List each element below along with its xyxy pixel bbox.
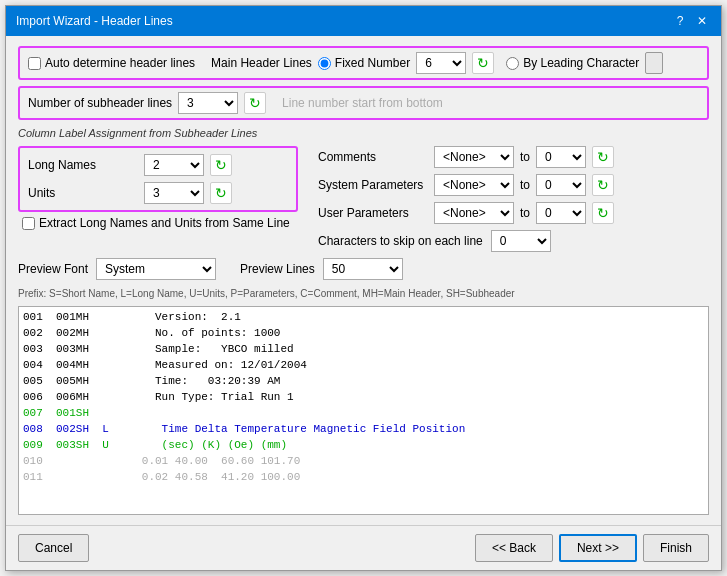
preview-line: 009 003SH U (sec) (K) (Oe) (mm) xyxy=(23,437,704,453)
prefix-text-row: Prefix: S=Short Name, L=Long Name, U=Uni… xyxy=(18,286,709,300)
title-bar: Import Wizard - Header Lines ? ✕ xyxy=(6,6,721,36)
nav-buttons: << Back Next >> Finish xyxy=(475,534,709,562)
subheader-row: Number of subheader lines 30124 ↻ Line n… xyxy=(18,86,709,120)
content-area: Auto determine header lines Main Header … xyxy=(6,36,721,525)
subheader-select[interactable]: 30124 xyxy=(178,92,238,114)
next-button[interactable]: Next >> xyxy=(559,534,637,562)
preview-line: 003 003MH Sample: YBCO milled xyxy=(23,341,704,357)
fixed-number-select[interactable]: 6123457 xyxy=(416,52,466,74)
finish-button[interactable]: Finish xyxy=(643,534,709,562)
extract-checkbox-label[interactable]: Extract Long Names and Units from Same L… xyxy=(22,216,298,230)
extract-checkbox[interactable] xyxy=(22,217,35,230)
subheader-refresh-btn[interactable]: ↻ xyxy=(244,92,266,114)
long-names-row: Long Names 20134 ↻ xyxy=(28,154,288,176)
user-params-row: User Parameters <None>12 to 012 ↻ xyxy=(318,202,709,224)
preview-line: 006 006MH Run Type: Trial Run 1 xyxy=(23,389,704,405)
system-params-from-select[interactable]: <None>12 xyxy=(434,174,514,196)
comments-from-select[interactable]: <None>12 xyxy=(434,146,514,168)
long-units-box: Long Names 20134 ↻ Units 30124 ↻ xyxy=(18,146,298,212)
footer: Cancel << Back Next >> Finish xyxy=(6,525,721,570)
middle-section: Long Names 20134 ↻ Units 30124 ↻ xyxy=(18,146,709,252)
main-header-label: Main Header Lines xyxy=(211,56,312,70)
window-title: Import Wizard - Header Lines xyxy=(16,14,173,28)
fixed-number-radio[interactable] xyxy=(318,57,331,70)
fixed-number-refresh-btn[interactable]: ↻ xyxy=(472,52,494,74)
long-names-select[interactable]: 20134 xyxy=(144,154,204,176)
user-params-to-label: to xyxy=(520,206,530,220)
title-bar-buttons: ? ✕ xyxy=(671,12,711,30)
comments-row: Comments <None>12 to 012 ↻ xyxy=(318,146,709,168)
preview-font-label: Preview Font xyxy=(18,262,88,276)
preview-line: 011 0.02 40.58 41.20 100.00 xyxy=(23,469,704,485)
units-row: Units 30124 ↻ xyxy=(28,182,288,204)
line-number-start-label: Line number start from bottom xyxy=(282,96,443,110)
system-params-row: System Parameters <None>12 to 012 ↻ xyxy=(318,174,709,196)
chars-skip-label: Characters to skip on each line xyxy=(318,234,483,248)
preview-area[interactable]: 001 001MH Version: 2.1 002 002MH No. of … xyxy=(18,306,709,515)
back-button[interactable]: << Back xyxy=(475,534,553,562)
preview-line: 007 001SH xyxy=(23,405,704,421)
system-params-to-label: to xyxy=(520,178,530,192)
preview-line: 008 002SH L Time Delta Temperature Magne… xyxy=(23,421,704,437)
user-params-to-select[interactable]: 012 xyxy=(536,202,586,224)
by-leading-btn[interactable] xyxy=(645,52,663,74)
system-params-refresh-btn[interactable]: ↻ xyxy=(592,174,614,196)
comments-label: Comments xyxy=(318,150,428,164)
units-refresh-btn[interactable]: ↻ xyxy=(210,182,232,204)
comments-to-label: to xyxy=(520,150,530,164)
preview-line: 001 001MH Version: 2.1 xyxy=(23,309,704,325)
user-params-label: User Parameters xyxy=(318,206,428,220)
auto-determine-checkbox[interactable] xyxy=(28,57,41,70)
long-names-refresh-btn[interactable]: ↻ xyxy=(210,154,232,176)
header-lines-row: Auto determine header lines Main Header … xyxy=(18,46,709,80)
system-params-label: System Parameters xyxy=(318,178,428,192)
cancel-button[interactable]: Cancel xyxy=(18,534,89,562)
chars-skip-row: Characters to skip on each line 0123 xyxy=(318,230,709,252)
preview-line: 010 0.01 40.00 60.60 101.70 xyxy=(23,453,704,469)
preview-lines-select[interactable]: 501020100 xyxy=(323,258,403,280)
preview-line: 004 004MH Measured on: 12/01/2004 xyxy=(23,357,704,373)
by-leading-radio[interactable] xyxy=(506,57,519,70)
prefix-text: Prefix: S=Short Name, L=Long Name, U=Uni… xyxy=(18,288,515,299)
preview-line: 005 005MH Time: 03:20:39 AM xyxy=(23,373,704,389)
subheader-label: Number of subheader lines xyxy=(28,96,172,110)
preview-lines-label: Preview Lines xyxy=(240,262,315,276)
comments-refresh-btn[interactable]: ↻ xyxy=(592,146,614,168)
main-window: Import Wizard - Header Lines ? ✕ Auto de… xyxy=(5,5,722,571)
left-column: Long Names 20134 ↻ Units 30124 ↻ xyxy=(18,146,298,252)
close-button[interactable]: ✕ xyxy=(693,12,711,30)
units-select[interactable]: 30124 xyxy=(144,182,204,204)
user-params-from-select[interactable]: <None>12 xyxy=(434,202,514,224)
preview-line: 002 002MH No. of points: 1000 xyxy=(23,325,704,341)
column-label-section: Column Label Assignment from Subheader L… xyxy=(18,126,709,140)
comments-to-select[interactable]: 012 xyxy=(536,146,586,168)
system-params-to-select[interactable]: 012 xyxy=(536,174,586,196)
fixed-number-radio-label[interactable]: Fixed Number xyxy=(318,56,410,70)
chars-skip-select[interactable]: 0123 xyxy=(491,230,551,252)
long-names-label: Long Names xyxy=(28,158,138,172)
units-label: Units xyxy=(28,186,138,200)
auto-determine-label[interactable]: Auto determine header lines xyxy=(28,56,195,70)
preview-options-row: Preview Font SystemArialCourier Preview … xyxy=(18,258,709,280)
by-leading-radio-label[interactable]: By Leading Character xyxy=(506,56,639,70)
help-button[interactable]: ? xyxy=(671,12,689,30)
user-params-refresh-btn[interactable]: ↻ xyxy=(592,202,614,224)
right-params: Comments <None>12 to 012 ↻ System Parame… xyxy=(308,146,709,252)
preview-font-select[interactable]: SystemArialCourier xyxy=(96,258,216,280)
